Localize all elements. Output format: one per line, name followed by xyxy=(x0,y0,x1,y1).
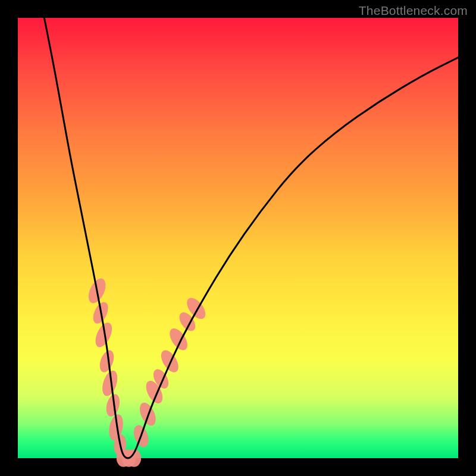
curve-svg xyxy=(18,18,458,458)
salmon-blob-layer xyxy=(85,276,209,467)
watermark-text: TheBottleneck.com xyxy=(359,4,468,18)
plot-area xyxy=(18,18,458,458)
chart-frame: TheBottleneck.com xyxy=(0,0,476,476)
